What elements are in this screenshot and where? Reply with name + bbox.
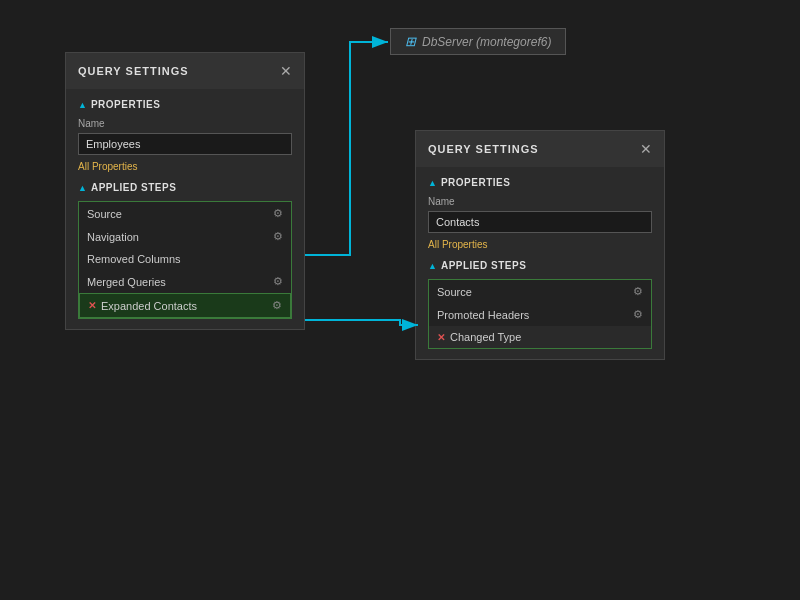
- left-panel-close-button[interactable]: ✕: [280, 63, 292, 79]
- right-properties-section-header: ▲ PROPERTIES: [428, 177, 652, 188]
- left-step-expanded-contacts-label: Expanded Contacts: [101, 300, 197, 312]
- right-step-source-label: Source: [437, 286, 472, 298]
- right-properties-section-label: PROPERTIES: [441, 177, 510, 188]
- right-panel-close-button[interactable]: ✕: [640, 141, 652, 157]
- right-step-changed-type[interactable]: ✕ Changed Type: [429, 326, 651, 348]
- left-applied-steps-section: ▲ APPLIED STEPS Source ⚙ Navigation ⚙ Re…: [78, 182, 292, 319]
- arrow-to-right-panel: [305, 320, 418, 325]
- left-all-properties-link[interactable]: All Properties: [78, 161, 292, 172]
- left-panel-body: ▲ PROPERTIES Name All Properties ▲ APPLI…: [66, 89, 304, 329]
- left-step-expanded-contacts[interactable]: ✕ Expanded Contacts ⚙: [79, 293, 291, 318]
- right-panel-header: QUERY SETTINGS ✕: [416, 131, 664, 167]
- left-step-navigation-gear-icon: ⚙: [273, 230, 283, 243]
- right-name-label: Name: [428, 196, 652, 207]
- right-step-source[interactable]: Source ⚙: [429, 280, 651, 303]
- left-steps-section-label: APPLIED STEPS: [91, 182, 176, 193]
- left-step-merged-queries[interactable]: Merged Queries ⚙: [79, 270, 291, 293]
- left-step-source-label: Source: [87, 208, 122, 220]
- left-step-navigation[interactable]: Navigation ⚙: [79, 225, 291, 248]
- db-server-label: DbServer (montegoref6): [422, 35, 551, 49]
- right-steps-section-label: APPLIED STEPS: [441, 260, 526, 271]
- right-panel-title: QUERY SETTINGS: [428, 143, 539, 155]
- right-step-changed-type-label: Changed Type: [450, 331, 521, 343]
- left-properties-section-header: ▲ PROPERTIES: [78, 99, 292, 110]
- left-name-input[interactable]: [78, 133, 292, 155]
- right-all-properties-link[interactable]: All Properties: [428, 239, 652, 250]
- right-step-promoted-headers-label: Promoted Headers: [437, 309, 529, 321]
- right-step-promoted-headers-gear-icon: ⚙: [633, 308, 643, 321]
- right-step-changed-type-error-icon: ✕: [437, 332, 445, 343]
- right-name-input[interactable]: [428, 211, 652, 233]
- left-step-source[interactable]: Source ⚙: [79, 202, 291, 225]
- right-panel-body: ▲ PROPERTIES Name All Properties ▲ APPLI…: [416, 167, 664, 359]
- left-properties-section-label: PROPERTIES: [91, 99, 160, 110]
- left-step-removed-columns-label: Removed Columns: [87, 253, 181, 265]
- left-panel-header: QUERY SETTINGS ✕: [66, 53, 304, 89]
- left-steps-list: Source ⚙ Navigation ⚙ Removed Columns Me…: [78, 201, 292, 319]
- db-icon: ⊞: [405, 34, 416, 49]
- right-steps-list: Source ⚙ Promoted Headers ⚙ ✕ Changed Ty…: [428, 279, 652, 349]
- right-steps-section-header: ▲ APPLIED STEPS: [428, 260, 652, 271]
- right-applied-steps-section: ▲ APPLIED STEPS Source ⚙ Promoted Header…: [428, 260, 652, 349]
- left-query-settings-panel: QUERY SETTINGS ✕ ▲ PROPERTIES Name All P…: [65, 52, 305, 330]
- left-name-label: Name: [78, 118, 292, 129]
- right-steps-triangle-icon: ▲: [428, 261, 437, 271]
- left-properties-triangle-icon: ▲: [78, 100, 87, 110]
- left-step-expanded-contacts-gear-icon: ⚙: [272, 299, 282, 312]
- right-query-settings-panel: QUERY SETTINGS ✕ ▲ PROPERTIES Name All P…: [415, 130, 665, 360]
- left-steps-section-header: ▲ APPLIED STEPS: [78, 182, 292, 193]
- left-step-navigation-label: Navigation: [87, 231, 139, 243]
- left-step-merged-queries-label: Merged Queries: [87, 276, 166, 288]
- db-server-badge: ⊞ DbServer (montegoref6): [390, 28, 566, 55]
- right-properties-triangle-icon: ▲: [428, 178, 437, 188]
- left-steps-triangle-icon: ▲: [78, 183, 87, 193]
- right-step-promoted-headers[interactable]: Promoted Headers ⚙: [429, 303, 651, 326]
- left-panel-title: QUERY SETTINGS: [78, 65, 189, 77]
- arrow-to-db-server: [305, 42, 388, 255]
- left-step-merged-queries-gear-icon: ⚙: [273, 275, 283, 288]
- left-step-source-gear-icon: ⚙: [273, 207, 283, 220]
- left-step-removed-columns[interactable]: Removed Columns: [79, 248, 291, 270]
- right-step-source-gear-icon: ⚙: [633, 285, 643, 298]
- left-step-expanded-contacts-error-icon: ✕: [88, 300, 96, 311]
